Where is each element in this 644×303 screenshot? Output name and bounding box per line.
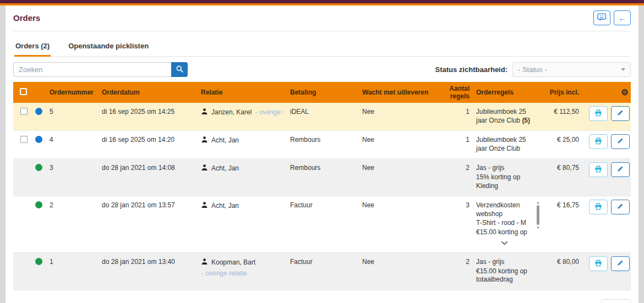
- status-select-value: - Status -: [518, 65, 547, 74]
- tab-orders[interactable]: Orders (2): [14, 40, 51, 57]
- cell-orderdatum: di 16 sep 2025 om 14:20: [99, 131, 198, 150]
- print-order-button[interactable]: [589, 134, 608, 149]
- filter-row: Status zichtbaarheid: - Status -: [13, 62, 631, 77]
- cell-prijs-incl: € 25,00: [542, 131, 586, 150]
- cell-status: [32, 103, 46, 123]
- table-row: 3do 28 jan 2021 om 14:08Acht, JanRembour…: [13, 159, 631, 196]
- relation-name: Acht, Jan: [201, 164, 283, 174]
- edit-order-button[interactable]: [611, 200, 630, 214]
- cell-orderregels: Jubileumboek 25 jaar Onze Club: [473, 131, 542, 158]
- header-cell-betaling: Betaling: [287, 86, 359, 99]
- expand-orderlines-button[interactable]: [476, 239, 533, 248]
- cell-orderdatum: do 28 jan 2021 om 14:08: [99, 159, 198, 178]
- edit-order-button[interactable]: [611, 106, 630, 121]
- orders-panel: Orders ← Orders (2) Openstaande pi: [6, 5, 638, 303]
- print-order-button[interactable]: [589, 162, 608, 177]
- table-row: 4di 16 sep 2025 om 14:20Acht, JanRembour…: [13, 131, 631, 159]
- status-visibility-group: Status zichtbaarheid: - Status -: [435, 62, 631, 77]
- orderline: 15% korting op Kleding: [476, 173, 538, 190]
- limit-group: Limiet 25: [575, 299, 631, 303]
- cell-ordernummer: 3: [46, 159, 99, 178]
- panel-header: Orders ←: [13, 5, 631, 31]
- row-checkbox[interactable]: [20, 108, 28, 115]
- cell-status: [32, 131, 46, 151]
- printer-icon: [594, 202, 603, 212]
- cell-actions: [586, 196, 631, 218]
- cell-betaling: iDEAL: [287, 103, 359, 122]
- chevron-down-icon: [501, 239, 508, 248]
- select-all-checkbox[interactable]: [20, 88, 27, 95]
- cell-relatie: Acht, Jan: [198, 196, 287, 216]
- orderline: T-Shirt - rood - M: [476, 219, 533, 228]
- cell-relatie: Koopman, Bart- overige relatie: [198, 253, 287, 283]
- relation-name: Koopman, Bart: [201, 258, 283, 268]
- status-dot-green-icon: [35, 164, 42, 171]
- row-checkbox[interactable]: [20, 136, 28, 143]
- person-icon: [201, 164, 208, 174]
- cell-wacht-met-uitleveren: Nee: [359, 131, 439, 150]
- cell-ordernummer: 1: [46, 253, 99, 272]
- person-icon: [201, 108, 208, 118]
- cell-wacht-met-uitleveren: Nee: [359, 159, 439, 178]
- orderline: Jas - grijs: [476, 164, 538, 173]
- cell-orderdatum: do 28 jan 2021 om 13:40: [99, 253, 198, 272]
- print-order-button[interactable]: [589, 106, 608, 121]
- cell-checkbox: [13, 131, 32, 151]
- search-group: [13, 62, 188, 77]
- status-dot-blue-icon: [35, 108, 42, 115]
- print-order-button[interactable]: [589, 200, 608, 214]
- cell-status: [32, 196, 46, 216]
- header-cell-relatie: Relatie: [198, 86, 287, 99]
- table-body: 5di 16 sep 2025 om 14:25Janzen, Karel - …: [13, 103, 631, 290]
- orderlines-scrollbar[interactable]: ▲▼: [536, 201, 541, 229]
- status-visibility-label: Status zichtbaarheid:: [435, 65, 507, 74]
- cell-wacht-met-uitleveren: Nee: [359, 196, 439, 215]
- cell-checkbox: [13, 253, 32, 263]
- scroll-up-icon: ▲: [537, 201, 540, 204]
- cell-orderregels: Jubileumboek 25 jaar Onze Club (5): [473, 103, 542, 130]
- cell-actions: [586, 131, 631, 152]
- table-header-row: Ordernummer Orderdatum Relatie Betaling …: [13, 82, 631, 103]
- table-row: 5di 16 sep 2025 om 14:25Janzen, Karel - …: [13, 103, 631, 131]
- cell-ordernummer: 4: [46, 131, 99, 150]
- edit-order-button[interactable]: [611, 256, 630, 271]
- limit-select[interactable]: 25: [601, 299, 631, 303]
- header-cell-prijs-incl: Prijs incl.: [542, 86, 586, 99]
- edit-order-button[interactable]: [611, 162, 630, 177]
- cell-ordernummer: 2: [46, 196, 99, 215]
- orderline: €15.00 korting op totaalbedrag: [476, 267, 538, 284]
- cell-prijs-incl: € 80,00: [542, 253, 586, 272]
- search-button[interactable]: [171, 62, 188, 77]
- print-order-button[interactable]: [589, 256, 608, 271]
- cell-relatie: Janzen, Karel - overige relatie: [198, 103, 287, 123]
- header-cell-status: [32, 90, 46, 95]
- header-cell-ordernummer: Ordernummer: [46, 86, 99, 99]
- person-icon: [201, 258, 208, 268]
- status-select[interactable]: - Status -: [512, 62, 631, 77]
- cell-actions: [586, 103, 631, 124]
- cell-wacht-met-uitleveren: Nee: [359, 253, 439, 272]
- edit-order-button[interactable]: [611, 134, 630, 149]
- pencil-icon: [616, 259, 624, 268]
- printer-icon: [594, 259, 603, 269]
- orders-table: Ordernummer Orderdatum Relatie Betaling …: [13, 82, 631, 290]
- cell-orderdatum: do 28 jan 2021 om 13:57: [99, 196, 198, 215]
- status-dot-green-icon: [35, 258, 42, 265]
- printer-icon: [594, 165, 603, 175]
- cell-actions: [586, 159, 631, 180]
- back-button[interactable]: ←: [614, 10, 631, 25]
- cell-prijs-incl: € 80,75: [542, 159, 586, 178]
- page-title: Orders: [13, 13, 40, 23]
- arrow-left-icon: ←: [618, 14, 626, 22]
- cell-betaling: Rembours: [287, 131, 359, 150]
- total-row: Totaal:5 Limiet 25: [13, 299, 631, 303]
- cell-checkbox: [13, 103, 32, 123]
- gear-icon[interactable]: ⚙: [621, 87, 629, 97]
- tab-openstaande-picklisten[interactable]: Openstaande picklisten: [67, 40, 150, 56]
- orderline: Jas - grijs: [476, 258, 538, 267]
- cell-orderdatum: di 16 sep 2025 om 14:25: [99, 103, 198, 122]
- search-input[interactable]: [13, 62, 171, 77]
- orderline: Jubileumboek 25 jaar Onze Club: [476, 136, 538, 153]
- chat-icon: [597, 13, 607, 23]
- feedback-button[interactable]: [593, 10, 610, 25]
